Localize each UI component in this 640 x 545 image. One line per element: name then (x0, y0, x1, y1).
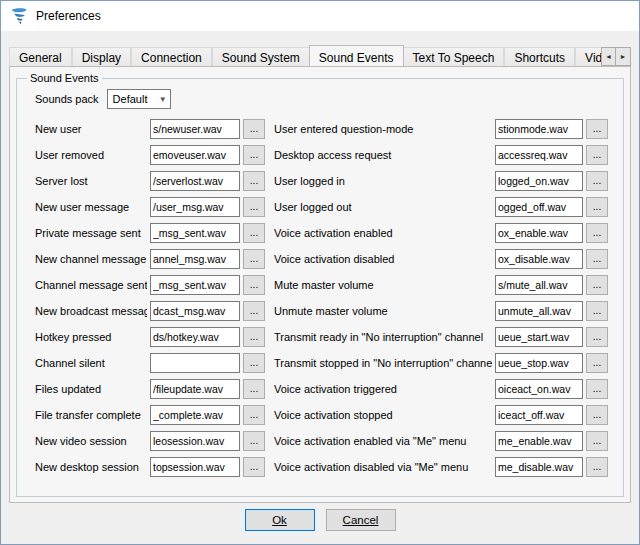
sound-event-row: Transmit ready in "No interruption" chan… (274, 327, 608, 347)
browse-button[interactable]: ... (586, 197, 608, 217)
sound-file-input[interactable] (495, 327, 583, 347)
browse-button[interactable]: ... (243, 249, 265, 269)
sound-file-input[interactable] (495, 301, 583, 321)
sound-file-input[interactable] (150, 327, 240, 347)
sound-event-label: Channel message sent (35, 279, 147, 291)
tab-bar: GeneralDisplayConnectionSound SystemSoun… (9, 44, 631, 66)
sound-file-input[interactable] (150, 405, 240, 425)
browse-button[interactable]: ... (586, 431, 608, 451)
sound-event-label: Desktop access request (274, 149, 492, 161)
sound-file-input[interactable] (150, 249, 240, 269)
sound-event-label: Mute master volume (274, 279, 492, 291)
browse-button[interactable]: ... (243, 275, 265, 295)
sound-file-input[interactable] (495, 405, 583, 425)
browse-button[interactable]: ... (243, 431, 265, 451)
sound-file-input[interactable] (495, 119, 583, 139)
sound-file-input[interactable] (495, 353, 583, 373)
tab-text-to-speech[interactable]: Text To Speech (403, 47, 505, 66)
browse-button[interactable]: ... (243, 145, 265, 165)
tab-sound-system[interactable]: Sound System (212, 47, 310, 66)
sound-event-row: User logged out... (274, 197, 608, 217)
browse-button[interactable]: ... (586, 223, 608, 243)
sound-event-label: New user message (35, 201, 147, 213)
sound-event-label: User removed (35, 149, 147, 161)
sound-file-input[interactable] (495, 457, 583, 477)
browse-button[interactable]: ... (243, 327, 265, 347)
sound-event-row: User logged in... (274, 171, 608, 191)
group-title: Sound Events (27, 72, 102, 84)
sound-event-label: Transmit stopped in "No interruption" ch… (274, 357, 492, 369)
tab-sound-events[interactable]: Sound Events (309, 45, 404, 66)
browse-button[interactable]: ... (586, 405, 608, 425)
tab-scroll-left-button[interactable]: ◄ (601, 47, 616, 66)
sound-event-label: Files updated (35, 383, 147, 395)
sound-file-input[interactable] (150, 145, 240, 165)
browse-button[interactable]: ... (586, 171, 608, 191)
sound-file-input[interactable] (150, 197, 240, 217)
browse-button[interactable]: ... (586, 353, 608, 373)
browse-button[interactable]: ... (586, 249, 608, 269)
sound-file-input[interactable] (150, 457, 240, 477)
sounds-pack-select[interactable]: Default ▼ (107, 89, 171, 109)
sound-file-input[interactable] (495, 249, 583, 269)
tab-shortcuts[interactable]: Shortcuts (504, 47, 575, 66)
sound-event-label: Voice activation enabled via "Me" menu (274, 435, 492, 447)
browse-button[interactable]: ... (243, 197, 265, 217)
browse-button[interactable]: ... (243, 171, 265, 191)
sound-event-row: File transfer complete... (35, 405, 265, 425)
chevron-down-icon: ▼ (159, 95, 167, 104)
sound-file-input[interactable] (150, 301, 240, 321)
browse-button[interactable]: ... (243, 353, 265, 373)
sound-event-row: Desktop access request... (274, 145, 608, 165)
sound-file-input[interactable] (150, 275, 240, 295)
sound-file-input[interactable] (495, 197, 583, 217)
browse-button[interactable]: ... (586, 457, 608, 477)
sound-file-input[interactable] (150, 171, 240, 191)
teamtalk-logo-icon (10, 7, 28, 25)
sound-file-input[interactable] (150, 431, 240, 451)
browse-button[interactable]: ... (243, 379, 265, 399)
sound-file-input[interactable] (150, 223, 240, 243)
browse-button[interactable]: ... (243, 223, 265, 243)
sound-event-row: Server lost... (35, 171, 265, 191)
browse-button[interactable]: ... (586, 119, 608, 139)
sound-event-label: File transfer complete (35, 409, 147, 421)
sound-event-label: Channel silent (35, 357, 147, 369)
sound-event-label: Voice activation stopped (274, 409, 492, 421)
sound-file-input[interactable] (495, 379, 583, 399)
browse-button[interactable]: ... (586, 301, 608, 321)
sound-file-input[interactable] (495, 431, 583, 451)
browse-button[interactable]: ... (586, 275, 608, 295)
cancel-button[interactable]: Cancel (326, 509, 396, 531)
sound-event-row: User removed... (35, 145, 265, 165)
tab-display[interactable]: Display (72, 47, 131, 66)
sound-event-row: User entered question-mode... (274, 119, 608, 139)
browse-button[interactable]: ... (243, 119, 265, 139)
sound-event-row: New broadcast message... (35, 301, 265, 321)
sounds-pack-value: Default (113, 93, 148, 105)
sound-event-row: New desktop session... (35, 457, 265, 477)
ok-button[interactable]: Ok (245, 509, 315, 531)
browse-button[interactable]: ... (243, 457, 265, 477)
browse-button[interactable]: ... (586, 145, 608, 165)
tab-video[interactable]: Video (575, 47, 601, 66)
sound-file-input[interactable] (150, 119, 240, 139)
tab-connection[interactable]: Connection (131, 47, 212, 66)
sound-file-input[interactable] (150, 379, 240, 399)
sound-file-input[interactable] (495, 275, 583, 295)
sound-event-row: New user... (35, 119, 265, 139)
browse-button[interactable]: ... (243, 405, 265, 425)
sound-file-input[interactable] (150, 353, 240, 373)
browse-button[interactable]: ... (586, 327, 608, 347)
sound-file-input[interactable] (495, 171, 583, 191)
sound-file-input[interactable] (495, 223, 583, 243)
sound-event-label: Transmit ready in "No interruption" chan… (274, 331, 492, 343)
sound-event-row: Voice activation disabled... (274, 249, 608, 269)
sound-file-input[interactable] (495, 145, 583, 165)
sound-events-group: Sound Events Sounds pack Default ▼ New u… (16, 72, 624, 497)
titlebar: Preferences (1, 1, 639, 31)
browse-button[interactable]: ... (586, 379, 608, 399)
tab-general[interactable]: General (9, 47, 72, 66)
browse-button[interactable]: ... (243, 301, 265, 321)
tab-scroll-right-button[interactable]: ► (616, 47, 631, 66)
